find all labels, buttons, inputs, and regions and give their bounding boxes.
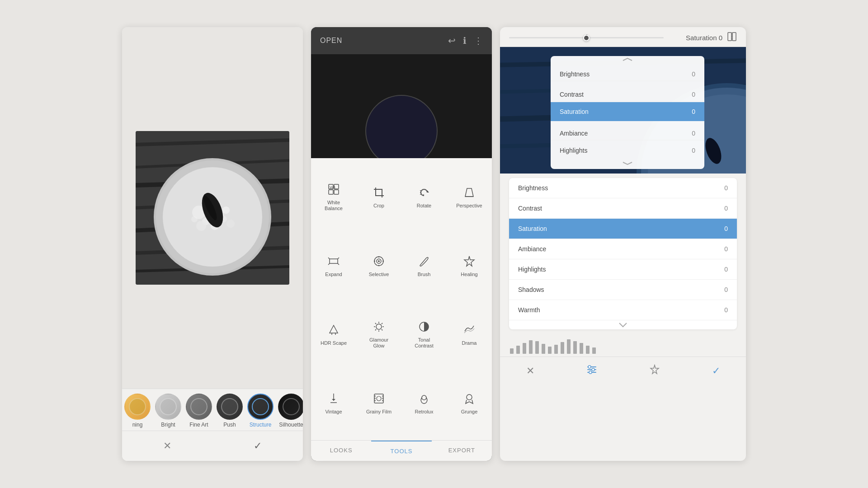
filter-label-fineart: Fine Art <box>189 422 208 428</box>
right-cancel-button[interactable]: ✕ <box>517 362 543 380</box>
svg-rect-99 <box>535 341 539 354</box>
svg-text:Brightness: Brightness <box>560 70 590 78</box>
svg-rect-30 <box>330 259 338 263</box>
svg-marker-56 <box>332 399 335 401</box>
brightness-value: 0 <box>724 184 728 192</box>
middle-preview-area <box>311 54 492 158</box>
tool-hdr-scape[interactable]: HDR Scape <box>311 299 356 371</box>
tab-tools[interactable]: TOOLS <box>371 441 431 461</box>
tool-crop[interactable]: Crop <box>356 162 401 234</box>
svg-point-67 <box>467 394 472 400</box>
open-button[interactable]: OPEN <box>320 37 342 45</box>
left-image-area <box>122 27 303 389</box>
sliders-button[interactable] <box>577 361 606 380</box>
tool-label-hdr-scape: HDR Scape <box>321 340 347 346</box>
tool-selective[interactable]: Selective <box>356 234 401 299</box>
svg-line-34 <box>338 263 339 265</box>
filter-item-silhouette[interactable]: Silhouette <box>276 394 303 428</box>
cancel-button[interactable]: ✕ <box>150 437 185 455</box>
brightness-label: Brightness <box>518 184 548 192</box>
confirm-button[interactable]: ✓ <box>240 437 275 455</box>
tool-grunge[interactable]: Grunge <box>447 371 492 436</box>
svg-line-33 <box>328 263 330 265</box>
filter-item-push[interactable]: Push <box>214 394 245 428</box>
tool-perspective[interactable]: Perspective <box>447 162 492 234</box>
svg-line-32 <box>338 258 339 259</box>
tool-expand[interactable]: Expand <box>311 234 356 299</box>
expand-chevron[interactable] <box>509 320 737 329</box>
filter-item-fineart[interactable]: Fine Art <box>184 394 214 428</box>
svg-marker-28 <box>427 190 429 192</box>
white-balance-icon: WB <box>328 183 340 197</box>
tool-glamour-glow[interactable]: GlamourGlow <box>356 299 401 371</box>
tool-drama[interactable]: Drama <box>447 299 492 371</box>
undo-icon[interactable]: ↩ <box>448 35 456 46</box>
highlights-value: 0 <box>724 266 728 273</box>
tab-export[interactable]: EXPORT <box>432 441 492 461</box>
info-icon[interactable]: ℹ <box>463 35 467 46</box>
histogram-area <box>500 334 746 357</box>
svg-rect-26 <box>329 190 333 194</box>
shadows-label: Shadows <box>518 286 544 293</box>
filter-item-structure[interactable]: Structure <box>245 394 276 428</box>
contrast-label: Contrast <box>518 205 542 212</box>
tool-white-balance[interactable]: WB WhiteBalance <box>311 162 356 234</box>
tool-rotate[interactable]: Rotate <box>401 162 447 234</box>
tools-grid: WB WhiteBalance Crop <box>311 158 492 440</box>
tool-label-crop: Crop <box>373 203 384 209</box>
magic-button[interactable] <box>640 361 669 380</box>
adj-ambiance[interactable]: Ambiance 0 <box>509 239 737 259</box>
tool-label-retrolux: Retrolux <box>415 409 434 415</box>
svg-rect-62 <box>382 395 383 397</box>
more-icon[interactable]: ⋮ <box>474 35 483 46</box>
svg-rect-104 <box>567 339 571 354</box>
saturation-label: Saturation <box>518 225 547 232</box>
svg-rect-27 <box>334 190 339 194</box>
right-photo-preview: Brightness 0 Contrast 0 Saturation 0 Amb… <box>500 47 746 174</box>
saturation-slider[interactable] <box>509 37 664 38</box>
tool-label-grainy-film: Grainy Film <box>366 409 392 415</box>
tool-brush[interactable]: Brush <box>401 234 447 299</box>
tool-label-drama: Drama <box>462 340 476 346</box>
svg-point-112 <box>588 366 591 368</box>
adj-contrast[interactable]: Contrast 0 <box>509 198 737 219</box>
tool-label-selective: Selective <box>369 272 389 277</box>
grunge-icon <box>463 393 475 406</box>
tool-label-rotate: Rotate <box>417 203 431 209</box>
ambiance-value: 0 <box>724 245 728 253</box>
right-photo-inner: Brightness 0 Contrast 0 Saturation 0 Amb… <box>500 47 746 174</box>
adj-shadows[interactable]: Shadows 0 <box>509 280 737 300</box>
svg-line-54 <box>375 329 376 330</box>
adj-highlights[interactable]: Highlights 0 <box>509 259 737 280</box>
tool-tonal-contrast[interactable]: TonalContrast <box>401 299 447 371</box>
middle-nav-bar: LOOKS TOOLS EXPORT <box>311 440 492 461</box>
svg-text:0: 0 <box>692 70 695 78</box>
expand-icon <box>328 255 340 269</box>
tool-retrolux[interactable]: Retrolux <box>401 371 447 436</box>
filter-label-silhouette: Silhouette <box>279 422 303 428</box>
filter-label-bright: Bright <box>161 422 175 428</box>
tool-label-vintage: Vintage <box>325 409 342 415</box>
right-confirm-button[interactable]: ✓ <box>703 362 729 380</box>
tool-vintage[interactable]: Vintage <box>311 371 356 436</box>
adj-saturation[interactable]: Saturation 0 <box>509 219 737 239</box>
filter-thumb-fineart <box>186 394 212 420</box>
tab-looks[interactable]: LOOKS <box>311 441 371 461</box>
svg-text:0: 0 <box>692 108 695 115</box>
contrast-value: 0 <box>724 205 728 212</box>
svg-rect-96 <box>516 346 520 354</box>
adj-brightness[interactable]: Brightness 0 <box>509 178 737 198</box>
compare-icon[interactable] <box>727 32 737 44</box>
adj-warmth[interactable]: Warmth 0 <box>509 300 737 320</box>
tool-grainy-film[interactable]: Grainy Film <box>356 371 401 436</box>
svg-text:0: 0 <box>692 130 695 137</box>
svg-text:Saturation: Saturation <box>560 108 589 115</box>
tool-label-tonal-contrast: TonalContrast <box>415 337 434 349</box>
top-slider-area: Saturation 0 <box>500 27 746 47</box>
tonal-contrast-icon <box>418 321 430 334</box>
tool-healing[interactable]: Healing <box>447 234 492 299</box>
svg-rect-103 <box>561 342 564 354</box>
filter-item-morning[interactable]: ning <box>122 394 153 428</box>
filter-item-bright[interactable]: Bright <box>153 394 184 428</box>
main-container: ning Bright Fine Art Push <box>122 27 746 461</box>
